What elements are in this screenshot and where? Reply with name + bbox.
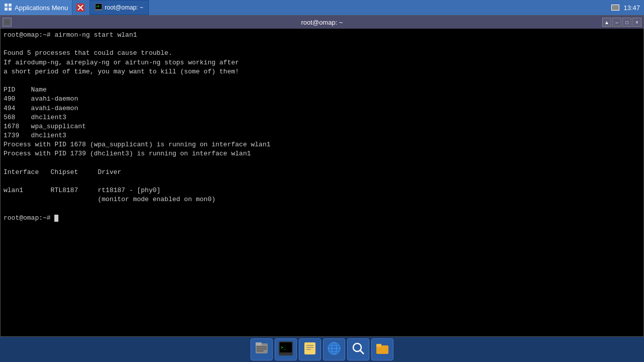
- terminal-line-blank-4: [4, 177, 640, 186]
- dock-browser-button[interactable]: [323, 338, 345, 360]
- taskbar-bottom: >_: [0, 337, 644, 362]
- terminal-minimize-button[interactable]: –: [612, 18, 621, 27]
- terminal-dock-icon: >_: [279, 341, 293, 358]
- svg-rect-1: [9, 4, 12, 7]
- svg-line-30: [360, 350, 364, 354]
- dock-notes-button[interactable]: [299, 338, 321, 360]
- applications-menu-icon: [4, 3, 12, 13]
- terminal-icon-small: [95, 4, 102, 12]
- svg-rect-13: [256, 342, 262, 345]
- terminal-line-short: a short period of time, you may want to …: [4, 67, 640, 76]
- terminal-line-pid-1678: 1678 wpa_supplicant: [4, 122, 640, 131]
- terminal-prompt-line: root@omap:~#: [4, 214, 640, 223]
- terminal-line-if: If airodump-ng, aireplay-ng or airtun-ng…: [4, 58, 640, 67]
- folder-dock-icon: [375, 341, 389, 358]
- terminal-left-controls: [3, 18, 12, 27]
- svg-rect-2: [5, 8, 8, 11]
- svg-rect-0: [5, 4, 8, 7]
- terminal-close-button[interactable]: ×: [632, 18, 641, 27]
- terminal-cursor: [54, 215, 58, 222]
- taskbar-left: Applications Menu root@omap: ~: [0, 0, 149, 15]
- terminal-line-wlan1: wlan1 RTL8187 rt18187 - [phy0]: [4, 186, 640, 195]
- svg-rect-15: [257, 348, 267, 349]
- terminal-scroll-up-button[interactable]: ▲: [602, 18, 611, 27]
- taskbar-close-button[interactable]: [74, 2, 87, 14]
- terminal-line-1: root@omap:~# airmon-ng start wlan1: [4, 31, 640, 40]
- browser-dock-icon: [327, 341, 341, 358]
- svg-rect-3: [9, 8, 12, 11]
- terminal-title: root@omap: ~: [301, 19, 343, 26]
- terminal-line-proc-1678: Process with PID 1678 (wpa_supplicant) i…: [4, 140, 640, 149]
- terminal-line-monitor: (monitor mode enabled on mon0): [4, 195, 640, 204]
- terminal-titlebar: root@omap: ~ ▲ – □ ×: [1, 16, 643, 29]
- taskbar-right: 13:47: [611, 4, 644, 12]
- svg-rect-16: [257, 350, 264, 351]
- terminal-line-pid-1739: 1739 dhclient3: [4, 131, 640, 140]
- terminal-body[interactable]: root@omap:~# airmon-ng start wlan1 Found…: [1, 29, 643, 336]
- terminal-maximize-button[interactable]: □: [622, 18, 631, 27]
- terminal-line-iface-header: Interface Chipset Driver: [4, 168, 640, 177]
- applications-menu[interactable]: Applications Menu: [0, 0, 72, 15]
- terminal-tab-label: root@omap: ~: [105, 4, 143, 11]
- terminal-line-blank-5: [4, 205, 640, 214]
- terminal-line-blank-2: [4, 76, 640, 85]
- terminal-line-proc-1739: Process with PID 1739 (dhclient3) is run…: [4, 149, 640, 158]
- notes-dock-icon: [303, 341, 317, 358]
- dock-files-button[interactable]: [251, 338, 273, 360]
- terminal-taskbar-tab[interactable]: root@omap: ~: [90, 0, 149, 15]
- terminal-line-found: Found 5 processes that could cause troub…: [4, 49, 640, 58]
- svg-rect-20: [304, 342, 315, 354]
- terminal-line-blank-1: [4, 40, 640, 49]
- terminal-line-pid-494: 494 avahi-daemon: [4, 104, 640, 113]
- svg-rect-14: [257, 346, 267, 347]
- svg-rect-32: [376, 344, 381, 347]
- files-icon: [255, 341, 269, 358]
- terminal-line-pid-568: 568 dhclient3: [4, 113, 640, 122]
- terminal-small-icon: [3, 18, 12, 27]
- dock-folder-button[interactable]: [371, 338, 393, 360]
- svg-rect-11: [5, 20, 10, 25]
- svg-point-29: [353, 343, 361, 351]
- terminal-window-controls: ▲ – □ ×: [602, 18, 641, 27]
- applications-menu-label: Applications Menu: [15, 4, 68, 12]
- terminal-line-pid-490: 490 avahi-daemon: [4, 95, 640, 104]
- clock: 13:47: [623, 4, 640, 12]
- dock-search-button[interactable]: [347, 338, 369, 360]
- search-dock-icon: [351, 341, 365, 358]
- svg-text:>_: >_: [281, 345, 286, 350]
- terminal-line-blank-3: [4, 159, 640, 168]
- taskbar-top: Applications Menu root@omap: ~: [0, 0, 644, 15]
- dock-terminal-button[interactable]: >_: [275, 338, 297, 360]
- terminal-line-pid-header: PID Name: [4, 85, 640, 95]
- terminal-window: root@omap: ~ ▲ – □ × root@omap:~# airmon…: [0, 15, 644, 337]
- window-icon: [611, 5, 619, 11]
